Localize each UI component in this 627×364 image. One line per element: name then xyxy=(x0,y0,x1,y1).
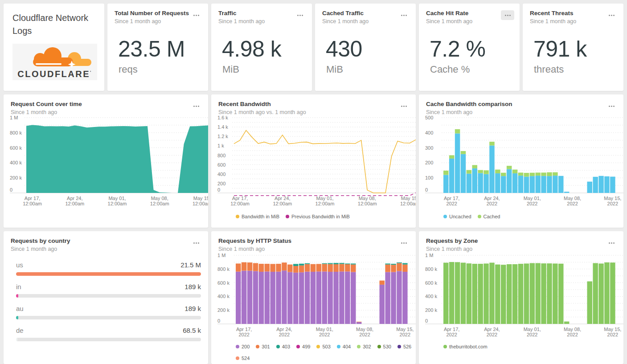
legend-item[interactable]: 526 xyxy=(398,344,411,349)
legend-item[interactable]: 403 xyxy=(276,344,290,349)
bar-segment xyxy=(328,264,333,272)
bar-segment xyxy=(524,264,529,324)
bar-segment xyxy=(449,155,455,159)
panel-menu-button[interactable] xyxy=(189,10,203,20)
panel-menu-button[interactable] xyxy=(189,238,203,248)
bar-segment xyxy=(501,265,506,324)
bar-segment xyxy=(610,177,615,193)
svg-text:Apr 17,2022: Apr 17,2022 xyxy=(444,327,459,337)
bar-segment xyxy=(512,173,518,193)
stat-card-cache-hit-rate: Cache Hit Rate Since 1 month ago 7.2 % C… xyxy=(419,4,520,91)
legend-dot-icon xyxy=(316,345,320,348)
legend-item[interactable]: 200 xyxy=(236,344,250,349)
request-count-chart: 1 M800 k600 k400 k200 k0Apr 17,12:00amAp… xyxy=(4,115,208,211)
svg-text:100: 100 xyxy=(425,175,433,180)
stat-card-traffic: Traffic Since 1 month ago 4.98 k MiB xyxy=(211,4,312,91)
stat-value: 4.98 k xyxy=(222,36,312,62)
bar-segment xyxy=(402,263,408,265)
panel-menu-button[interactable] xyxy=(397,10,410,20)
chart-legend: Bandwidth in MiBPrevious Bandwidth in Mi… xyxy=(211,214,416,219)
country-row: us21.5 M xyxy=(16,261,201,276)
legend-label: 404 xyxy=(343,344,351,349)
legend-item[interactable]: Cached xyxy=(478,214,500,219)
svg-text:1.2 k: 1.2 k xyxy=(217,134,228,139)
legend-item[interactable]: 524 xyxy=(236,356,250,361)
legend-item[interactable]: Bandwidth in MiB xyxy=(236,214,279,219)
svg-text:600 k: 600 k xyxy=(425,280,437,286)
legend-item[interactable]: 301 xyxy=(256,344,270,349)
legend-item[interactable]: 404 xyxy=(337,344,351,349)
bar-segment xyxy=(564,192,570,193)
svg-text:200 k: 200 k xyxy=(10,175,22,180)
legend-item[interactable]: 530 xyxy=(377,344,391,349)
bar-segment xyxy=(541,263,546,324)
bar-segment xyxy=(299,266,304,272)
bar-segment xyxy=(253,263,258,271)
svg-text:May 08,2022: May 08,2022 xyxy=(564,327,581,337)
panel-menu-button[interactable] xyxy=(189,101,203,111)
bar-segment xyxy=(610,263,615,324)
country-row: de68.5 k xyxy=(16,327,201,341)
bar-segment xyxy=(507,264,512,324)
bar-segment xyxy=(357,322,362,322)
svg-text:May 15,12:00am: May 15,12:00am xyxy=(193,196,208,206)
country-row: au189 k xyxy=(16,305,201,319)
legend-dot-icon xyxy=(236,215,239,218)
legend-dot-icon xyxy=(286,215,289,218)
panel-menu-button[interactable] xyxy=(605,101,618,111)
bar-segment xyxy=(530,176,535,193)
legend-dot-icon xyxy=(443,215,447,218)
legend-item[interactable]: theburritobot.com xyxy=(443,344,488,349)
legend-item[interactable]: Previous Bandwidth in MiB xyxy=(286,214,350,219)
bar-segment xyxy=(322,272,328,324)
ellipsis-menu-icon xyxy=(403,15,405,16)
svg-text:May 15,2022: May 15,2022 xyxy=(604,196,621,206)
bar-segment xyxy=(397,262,402,263)
svg-text:0: 0 xyxy=(217,318,220,323)
bar-segment xyxy=(547,176,552,193)
legend-item[interactable]: 503 xyxy=(316,344,330,349)
legend-item[interactable]: 499 xyxy=(296,344,310,349)
recent-bandwidth-chart: 1.6 k1.4 k1.2 k1 k8006004002000Apr 17,12… xyxy=(211,115,416,211)
svg-text:800: 800 xyxy=(217,153,225,158)
ellipsis-menu-icon xyxy=(196,242,197,244)
country-bar-track xyxy=(16,316,201,319)
stat-value: 430 xyxy=(326,36,416,62)
panel-menu-button[interactable] xyxy=(397,238,410,248)
bar-segment xyxy=(357,322,362,324)
bar-segment xyxy=(541,173,546,176)
bar-segment xyxy=(351,264,356,265)
stat-card-recent-threats: Recent Threats Since 1 month ago 791 k t… xyxy=(523,4,623,91)
panel-title: Requests by Zone xyxy=(426,237,478,245)
bar-segment xyxy=(489,142,495,145)
bar-segment xyxy=(489,263,495,324)
bar-segment xyxy=(270,272,275,324)
bar-segment xyxy=(333,263,339,264)
bar-segment xyxy=(339,264,344,272)
panel-menu-button[interactable] xyxy=(293,10,307,20)
panel-subtitle: Since 1 month ago xyxy=(426,109,512,115)
legend-item[interactable]: Uncached xyxy=(443,214,471,219)
panel-menu-button[interactable] xyxy=(397,101,410,111)
panel-menu-button[interactable] xyxy=(501,10,514,20)
stat-unit: threats xyxy=(534,64,623,75)
legend-item[interactable]: 302 xyxy=(357,344,371,349)
ellipsis-menu-icon xyxy=(403,242,405,244)
bar-segment xyxy=(461,154,466,193)
panel-menu-button[interactable] xyxy=(605,238,618,248)
svg-text:1.6 k: 1.6 k xyxy=(217,115,228,120)
panel-menu-button[interactable] xyxy=(605,10,618,20)
stat-value: 23.5 M xyxy=(118,36,208,62)
panel-recent-bandwidth: Recent Bandwidth Since 1 month ago vs. 1… xyxy=(211,94,416,228)
legend-label: Bandwidth in MiB xyxy=(242,214,279,219)
svg-text:1 M: 1 M xyxy=(217,253,225,258)
legend-label: Cached xyxy=(484,214,500,219)
bar-segment xyxy=(236,272,241,324)
panel-subtitle: Since 1 month ago xyxy=(322,18,369,25)
bar-segment xyxy=(472,168,478,193)
legend-dot-icon xyxy=(296,345,300,348)
country-bar-fill xyxy=(16,316,18,319)
bar-segment xyxy=(339,272,344,324)
bar-segment xyxy=(333,264,339,272)
country-bar-fill xyxy=(16,272,201,276)
